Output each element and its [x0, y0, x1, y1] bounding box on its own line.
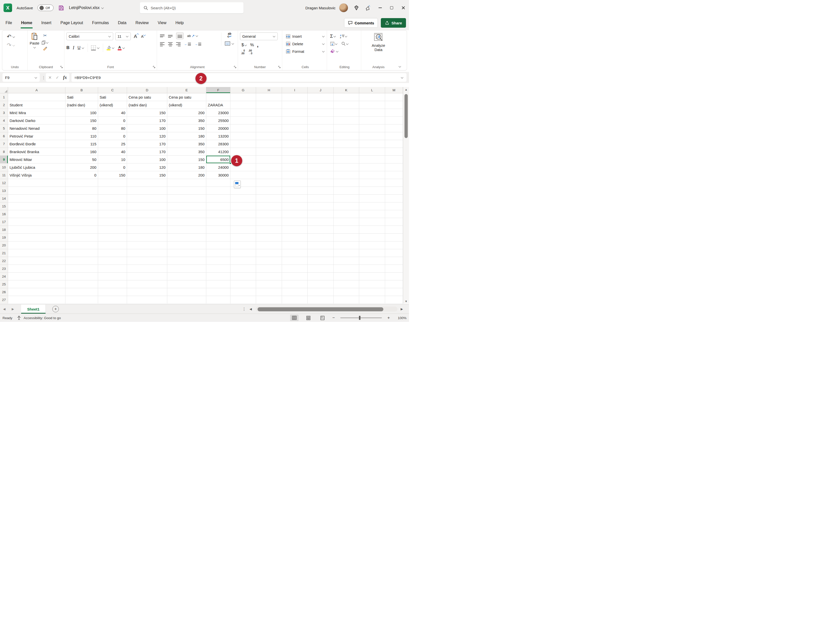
cell-C27[interactable]	[98, 296, 127, 304]
cell-K9[interactable]	[333, 156, 359, 164]
cell-A9[interactable]: Mitrović Mitar	[8, 156, 65, 164]
autosave-toggle[interactable]: Off	[37, 5, 54, 11]
cell-B18[interactable]	[65, 226, 98, 234]
row-header-10[interactable]: 10	[0, 164, 8, 171]
cell-I22[interactable]	[282, 257, 308, 265]
next-sheet-button[interactable]: ▶	[9, 305, 17, 314]
cell-L2[interactable]	[359, 101, 385, 109]
cell-A25[interactable]	[8, 281, 65, 288]
cell-G27[interactable]	[230, 296, 256, 304]
cell-G11[interactable]	[230, 171, 256, 179]
cell-A19[interactable]	[8, 234, 65, 241]
cell-H2[interactable]	[256, 101, 282, 109]
cell-C9[interactable]: 10	[98, 156, 127, 164]
cell-G23[interactable]	[230, 265, 256, 273]
cell-L13[interactable]	[359, 187, 385, 195]
italic-button[interactable]: I	[73, 45, 74, 51]
cell-E10[interactable]: 180	[167, 164, 206, 171]
cell-J16[interactable]	[308, 210, 333, 218]
cell-I12[interactable]	[282, 179, 308, 187]
cell-M22[interactable]	[385, 257, 403, 265]
paste-button[interactable]: Paste	[30, 32, 39, 64]
cell-J2[interactable]	[308, 101, 333, 109]
cell-E7[interactable]: 350	[167, 140, 206, 148]
cell-I1[interactable]	[282, 93, 308, 101]
cell-H13[interactable]	[256, 187, 282, 195]
cell-K11[interactable]	[333, 171, 359, 179]
cell-J5[interactable]	[308, 124, 333, 132]
expand-formula-bar-icon[interactable]	[401, 76, 404, 78]
cell-G4[interactable]	[230, 117, 256, 124]
redo-icon[interactable]: ↷	[7, 42, 11, 49]
cell-I26[interactable]	[282, 288, 308, 296]
cell-C18[interactable]	[98, 226, 127, 234]
cell-F15[interactable]	[206, 202, 230, 210]
column-header-C[interactable]: C	[98, 87, 127, 93]
coming-soon-button[interactable]	[363, 5, 372, 11]
row-header-13[interactable]: 13	[0, 187, 8, 195]
cell-E25[interactable]	[167, 281, 206, 288]
cell-J10[interactable]	[308, 164, 333, 171]
cell-E2[interactable]: (vikend)	[167, 101, 206, 109]
cell-F22[interactable]	[206, 257, 230, 265]
increase-font-size-button[interactable]: A	[133, 34, 138, 39]
cell-H27[interactable]	[256, 296, 282, 304]
tab-data[interactable]: Data	[118, 15, 126, 30]
cell-K16[interactable]	[333, 210, 359, 218]
cell-F18[interactable]	[206, 226, 230, 234]
cell-G5[interactable]	[230, 124, 256, 132]
cell-C14[interactable]	[98, 195, 127, 202]
sheet-tab-sheet1[interactable]: Sheet1	[21, 305, 46, 314]
font-dialog-launcher[interactable]	[153, 66, 155, 68]
row-header-16[interactable]: 16	[0, 210, 8, 218]
cell-A20[interactable]	[8, 241, 65, 249]
paste-dropdown[interactable]	[33, 46, 36, 49]
cell-B6[interactable]: 110	[65, 132, 98, 140]
fill-color-button[interactable]	[106, 46, 114, 50]
cell-B7[interactable]: 115	[65, 140, 98, 148]
cell-M15[interactable]	[385, 202, 403, 210]
column-header-B[interactable]: B	[65, 87, 98, 93]
cell-H24[interactable]	[256, 273, 282, 281]
align-left-button[interactable]	[160, 42, 164, 46]
clear-button[interactable]	[330, 49, 335, 54]
borders-button[interactable]	[91, 46, 100, 50]
format-painter-button[interactable]	[43, 47, 47, 52]
cell-J6[interactable]	[308, 132, 333, 140]
cell-F5[interactable]: 20000	[206, 124, 230, 132]
cell-F2[interactable]: ZARADA	[206, 101, 230, 109]
cell-M12[interactable]	[385, 179, 403, 187]
decrease-indent-button[interactable]: ←	[184, 42, 191, 46]
cell-M20[interactable]	[385, 241, 403, 249]
add-sheet-button[interactable]: +	[52, 306, 59, 312]
cell-I14[interactable]	[282, 195, 308, 202]
column-header-I[interactable]: I	[282, 87, 308, 93]
premium-button[interactable]	[352, 5, 361, 11]
cell-K19[interactable]	[333, 234, 359, 241]
fill-button[interactable]	[330, 41, 338, 46]
row-header-6[interactable]: 6	[0, 132, 8, 140]
cell-E11[interactable]: 200	[167, 171, 206, 179]
cell-H16[interactable]	[256, 210, 282, 218]
column-header-M[interactable]: M	[385, 87, 403, 93]
formula-input[interactable]: =B9*D9+C9*E9 2	[71, 73, 407, 82]
user-name[interactable]: Dragan Masulovic	[305, 6, 336, 10]
align-right-button[interactable]	[176, 42, 181, 46]
cell-J21[interactable]	[308, 249, 333, 257]
cell-D17[interactable]	[127, 218, 167, 226]
increase-decimal-button[interactable]: ←0.00	[241, 49, 245, 55]
cell-B8[interactable]: 160	[65, 148, 98, 156]
cell-K1[interactable]	[333, 93, 359, 101]
font-name-select[interactable]: Calibri	[66, 32, 113, 40]
cell-D14[interactable]	[127, 195, 167, 202]
cell-I4[interactable]	[282, 117, 308, 124]
cell-B12[interactable]	[65, 179, 98, 187]
zoom-out-button[interactable]: −	[332, 315, 335, 320]
cell-J12[interactable]	[308, 179, 333, 187]
row-header-15[interactable]: 15	[0, 202, 8, 210]
cell-L21[interactable]	[359, 249, 385, 257]
cell-K6[interactable]	[333, 132, 359, 140]
cell-I18[interactable]	[282, 226, 308, 234]
formula-bar-splitter[interactable]: ⋮	[42, 77, 44, 78]
cell-I21[interactable]	[282, 249, 308, 257]
